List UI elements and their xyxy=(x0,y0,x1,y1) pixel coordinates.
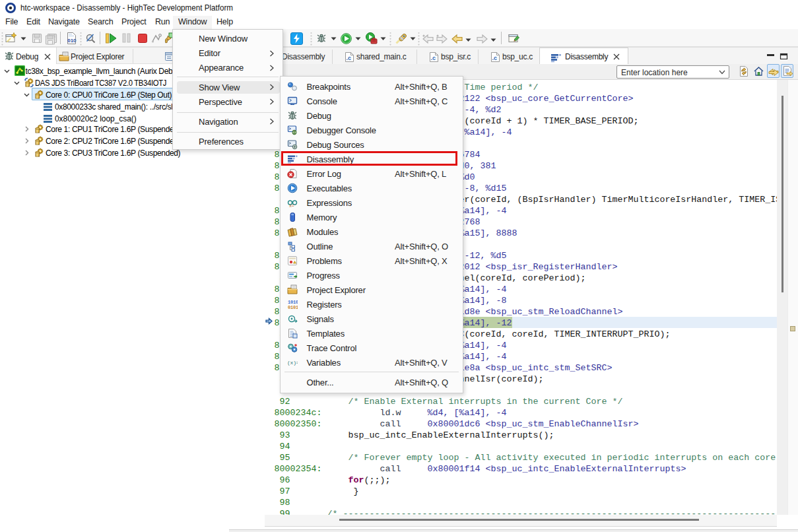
svg-text:.c: .c xyxy=(431,55,436,61)
svg-text:.c: .c xyxy=(492,55,498,61)
svg-text:x=: x= xyxy=(289,204,294,209)
svg-text:010: 010 xyxy=(67,38,77,44)
svg-text:0101: 0101 xyxy=(288,305,298,310)
svg-text:(x)=: (x)= xyxy=(287,360,298,366)
svg-text:.c: .c xyxy=(347,55,352,61)
